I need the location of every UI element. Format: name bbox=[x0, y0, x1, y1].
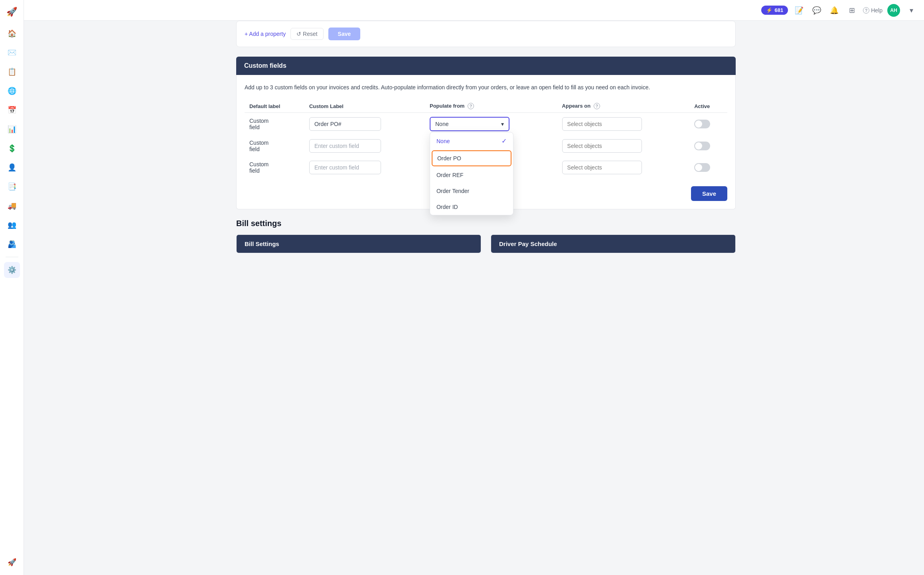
row3-custom-label-cell bbox=[304, 157, 425, 178]
help-label: Help bbox=[871, 7, 883, 14]
row2-active-cell bbox=[689, 135, 727, 157]
row1-appears-cell bbox=[557, 113, 690, 136]
col-active: Active bbox=[689, 100, 727, 113]
sidebar-item-team[interactable]: 🫂 bbox=[4, 236, 20, 252]
sidebar-item-rocket-bottom[interactable]: 🚀 bbox=[4, 554, 20, 570]
row3-default-label: Customfield bbox=[245, 157, 304, 178]
row1-populate-cell: None ▾ None ✓ bbox=[425, 113, 557, 136]
appears-on-help-icon[interactable]: ? bbox=[594, 103, 600, 109]
dropdown-item-none[interactable]: None ✓ bbox=[430, 132, 513, 150]
populate-from-help-icon[interactable]: ? bbox=[468, 103, 474, 109]
bill-settings-card: Bill Settings bbox=[236, 234, 481, 253]
col-custom-label: Custom Label bbox=[304, 100, 425, 113]
add-property-label: + Add a property bbox=[245, 31, 286, 37]
topbar-grid-icon[interactable]: ⊞ bbox=[845, 4, 858, 17]
help-circle-icon: ? bbox=[863, 7, 869, 14]
topbar-help-button[interactable]: ? Help bbox=[863, 7, 883, 14]
badge-icon: ⚡ bbox=[766, 7, 772, 13]
sidebar-item-inbox[interactable]: ✉️ bbox=[4, 45, 20, 61]
bill-settings-section: Bill settings Bill Settings Driver Pay S… bbox=[236, 219, 736, 253]
driver-pay-card: Driver Pay Schedule bbox=[491, 234, 736, 253]
sidebar-item-calendar[interactable]: 📅 bbox=[4, 102, 20, 118]
topbar-badge[interactable]: ⚡ 681 bbox=[761, 6, 788, 15]
reset-button[interactable]: ↺ Reset bbox=[290, 28, 323, 40]
topbar: ⚡ 681 📝 💬 🔔 ⊞ ? Help AH ▾ bbox=[24, 0, 924, 21]
col-default-label: Default label bbox=[245, 100, 304, 113]
sidebar-item-billing[interactable]: 💲 bbox=[4, 140, 20, 156]
row1-toggle[interactable] bbox=[694, 120, 710, 128]
custom-fields-header: Custom fields bbox=[236, 57, 736, 75]
custom-fields-section: Custom fields Add up to 3 custom fields … bbox=[236, 57, 736, 209]
table-row: Customfield None ▾ bbox=[245, 113, 727, 136]
dropdown-item-order-ref[interactable]: Order REF bbox=[430, 167, 513, 183]
dropdown-item-order-ref-label: Order REF bbox=[436, 172, 464, 178]
sidebar: 🚀 🏠 ✉️ 📋 🌐 📅 📊 💲 👤 📑 🚚 👥 🫂 ⚙️ 🚀 bbox=[0, 0, 24, 575]
col-appears-on: Appears on ? bbox=[557, 100, 690, 113]
sidebar-item-analytics[interactable]: 🌐 bbox=[4, 83, 20, 99]
dropdown-item-order-id[interactable]: Order ID bbox=[430, 199, 513, 215]
dropdown-item-none-label: None bbox=[436, 138, 450, 144]
row3-toggle[interactable] bbox=[694, 163, 710, 172]
row3-custom-label-input[interactable] bbox=[309, 161, 381, 174]
row3-active-cell bbox=[689, 157, 727, 178]
cf-save-label: Save bbox=[702, 190, 716, 197]
dropdown-item-order-po-label: Order PO bbox=[437, 155, 461, 161]
row1-populate-chevron-icon: ▾ bbox=[501, 121, 504, 127]
add-property-button[interactable]: + Add a property bbox=[245, 31, 286, 37]
row2-custom-label-input[interactable] bbox=[309, 139, 381, 153]
property-card: + Add a property ↺ Reset Save bbox=[236, 21, 736, 47]
sidebar-divider bbox=[6, 257, 18, 257]
populate-dropdown-menu: None ✓ Order PO Order REF bbox=[430, 132, 513, 215]
sidebar-item-settings[interactable]: ⚙️ bbox=[4, 262, 20, 278]
sidebar-item-list[interactable]: 📑 bbox=[4, 179, 20, 195]
custom-fields-table: Default label Custom Label Populate from… bbox=[245, 100, 727, 178]
row1-populate-value: None bbox=[435, 121, 448, 127]
dropdown-item-order-id-label: Order ID bbox=[436, 204, 458, 210]
row1-populate-dropdown-wrapper: None ▾ None ✓ bbox=[430, 117, 509, 131]
save-main-label: Save bbox=[338, 31, 351, 37]
topbar-chat-icon[interactable]: 💬 bbox=[810, 4, 823, 17]
row3-appears-input[interactable] bbox=[562, 161, 642, 174]
topbar-notes-icon[interactable]: 📝 bbox=[793, 4, 806, 17]
topbar-chevron-down-icon[interactable]: ▾ bbox=[905, 4, 918, 17]
save-main-button[interactable]: Save bbox=[328, 28, 361, 40]
row2-default-label: Customfield bbox=[245, 135, 304, 157]
dropdown-check-icon: ✓ bbox=[501, 137, 507, 145]
dropdown-item-order-po[interactable]: Order PO bbox=[432, 150, 511, 166]
sidebar-item-users[interactable]: 👤 bbox=[4, 160, 20, 175]
col-populate-from: Populate from ? bbox=[425, 100, 557, 113]
row1-custom-label-cell bbox=[304, 113, 425, 136]
row3-appears-cell bbox=[557, 157, 690, 178]
row2-toggle[interactable] bbox=[694, 142, 710, 150]
row1-default-label: Customfield bbox=[245, 113, 304, 136]
cf-save-button[interactable]: Save bbox=[691, 186, 727, 201]
row1-custom-label-input[interactable] bbox=[309, 117, 381, 131]
dropdown-item-order-tender-label: Order Tender bbox=[436, 188, 469, 194]
topbar-bell-icon[interactable]: 🔔 bbox=[828, 4, 841, 17]
sidebar-item-truck[interactable]: 🚚 bbox=[4, 198, 20, 214]
dropdown-item-order-tender[interactable]: Order Tender bbox=[430, 183, 513, 199]
row2-appears-input[interactable] bbox=[562, 139, 642, 153]
sidebar-logo[interactable]: 🚀 bbox=[5, 5, 19, 19]
bill-settings-card-header: Bill Settings bbox=[237, 235, 481, 253]
sidebar-item-group[interactable]: 👥 bbox=[4, 217, 20, 233]
row1-populate-select[interactable]: None ▾ bbox=[430, 117, 509, 131]
sidebar-item-orders[interactable]: 📋 bbox=[4, 64, 20, 80]
row2-appears-cell bbox=[557, 135, 690, 157]
main-content: + Add a property ↺ Reset Save Custom fie… bbox=[48, 21, 924, 575]
row2-custom-label-cell bbox=[304, 135, 425, 157]
row1-appears-input[interactable] bbox=[562, 117, 642, 131]
reset-label: ↺ Reset bbox=[296, 31, 317, 37]
row1-active-cell bbox=[689, 113, 727, 136]
custom-fields-desc: Add up to 3 custom fields on your invoic… bbox=[245, 83, 727, 92]
custom-fields-title: Custom fields bbox=[244, 62, 286, 69]
bill-settings-title: Bill settings bbox=[236, 219, 736, 228]
sidebar-item-home[interactable]: 🏠 bbox=[4, 26, 20, 41]
custom-fields-body: Add up to 3 custom fields on your invoic… bbox=[236, 75, 736, 209]
property-actions: + Add a property ↺ Reset Save bbox=[245, 28, 727, 40]
topbar-avatar[interactable]: AH bbox=[887, 4, 900, 17]
sidebar-item-reports[interactable]: 📊 bbox=[4, 121, 20, 137]
driver-pay-card-header: Driver Pay Schedule bbox=[491, 235, 735, 253]
badge-count: 681 bbox=[775, 7, 784, 13]
bill-cards-grid: Bill Settings Driver Pay Schedule bbox=[236, 234, 736, 253]
